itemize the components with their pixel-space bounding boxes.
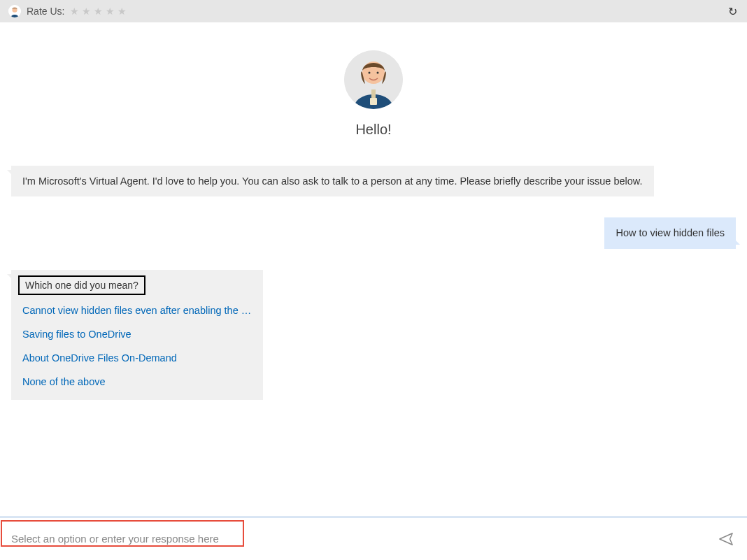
star-icon[interactable]: ★ — [82, 6, 91, 17]
svg-rect-4 — [370, 98, 377, 105]
options-title: Which one did you mean? — [18, 275, 145, 295]
input-bar — [0, 517, 747, 560]
star-icon[interactable]: ★ — [118, 6, 127, 17]
refresh-icon[interactable]: ↻ — [728, 5, 737, 18]
star-icon[interactable]: ★ — [70, 6, 79, 17]
option-link[interactable]: About OneDrive Files On-Demand — [22, 352, 252, 364]
user-message-bubble: How to view hidden files — [604, 217, 736, 248]
option-link[interactable]: Saving files to OneDrive — [22, 329, 252, 340]
send-button[interactable] — [712, 525, 740, 553]
svg-point-7 — [377, 72, 379, 74]
agent-header: Hello! — [8, 50, 739, 138]
option-link[interactable]: None of the above — [22, 376, 252, 387]
options-row: Which one did you mean? Cannot view hidd… — [8, 270, 739, 414]
option-link[interactable]: Cannot view hidden files even after enab… — [22, 305, 252, 316]
rate-us-label: Rate Us: — [27, 6, 64, 17]
options-block: Which one did you mean? Cannot view hidd… — [11, 270, 263, 400]
rating-stars: ★ ★ ★ ★ ★ — [70, 6, 127, 17]
agent-message-row: I'm Microsoft's Virtual Agent. I'd love … — [8, 166, 739, 196]
star-icon[interactable]: ★ — [106, 6, 115, 17]
agent-avatar — [344, 50, 403, 109]
message-input[interactable] — [3, 526, 712, 552]
star-icon[interactable]: ★ — [94, 6, 103, 17]
chat-area: Hello! I'm Microsoft's Virtual Agent. I'… — [0, 22, 747, 517]
svg-point-6 — [369, 72, 371, 74]
agent-intro-bubble: I'm Microsoft's Virtual Agent. I'd love … — [11, 166, 654, 196]
user-message-row: How to view hidden files — [8, 217, 739, 248]
small-agent-avatar — [8, 5, 21, 17]
send-icon — [718, 531, 734, 547]
svg-rect-3 — [371, 89, 376, 99]
greeting-text: Hello! — [355, 122, 391, 138]
header-bar: Rate Us: ★ ★ ★ ★ ★ ↻ — [0, 0, 747, 22]
